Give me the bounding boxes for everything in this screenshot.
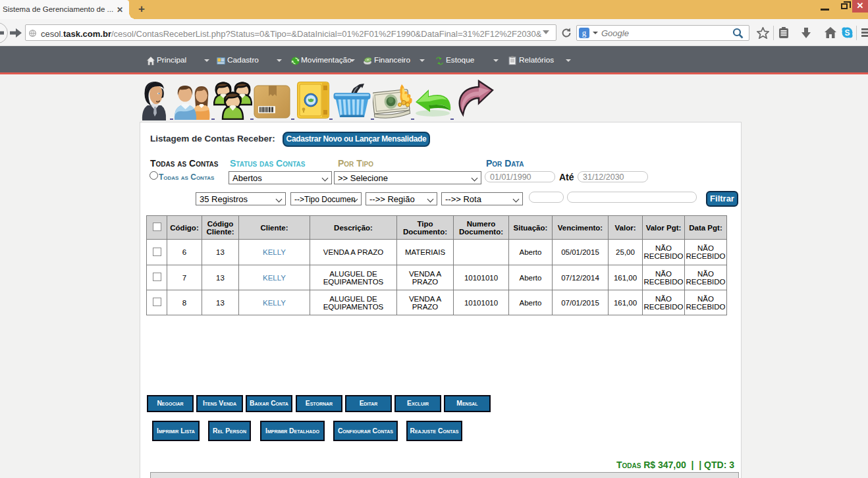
svg-text:S: S <box>844 28 850 38</box>
